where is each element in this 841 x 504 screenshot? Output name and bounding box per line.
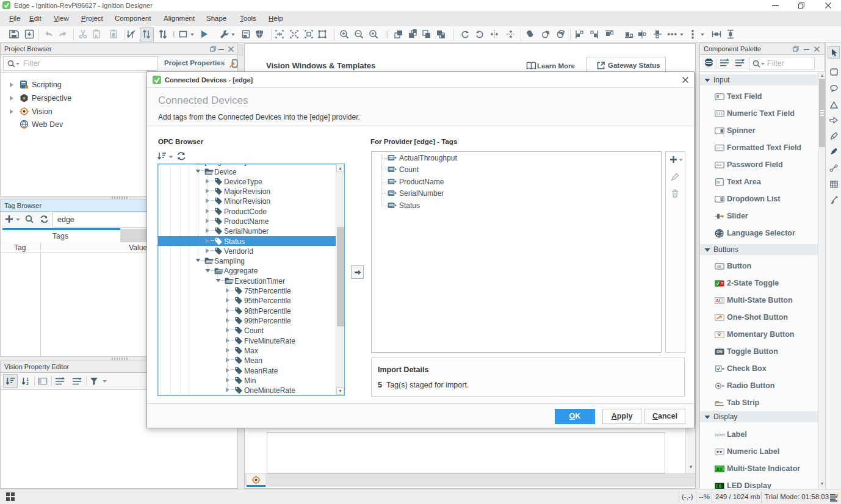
svg-text:A: A [716, 467, 720, 472]
svg-text:ON: ON [716, 350, 723, 354]
svg-text:label: label [715, 432, 725, 437]
svg-text:ok: ok [717, 264, 722, 268]
svg-text:B: B [720, 298, 723, 303]
svg-text:2: 2 [26, 381, 29, 386]
svg-text:1: 1 [26, 377, 29, 381]
svg-text:b: b [720, 467, 723, 472]
svg-text:fx: fx [717, 180, 721, 184]
svg-text:A: A [716, 298, 719, 303]
